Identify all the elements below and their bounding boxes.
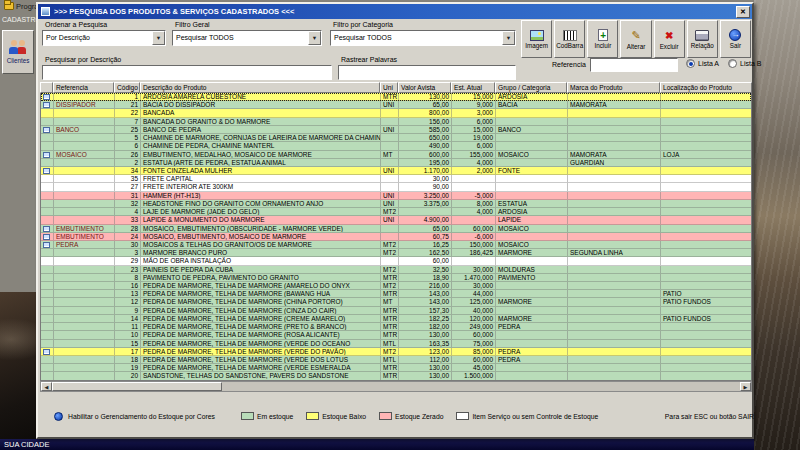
legend-swatch <box>306 412 319 420</box>
cell-codigo: 26 <box>115 151 141 159</box>
header-cell[interactable]: Valor Avista <box>398 82 451 93</box>
cell-unidade: MTL <box>381 340 399 348</box>
lista-a-radio[interactable] <box>686 59 695 68</box>
lista-b-radio[interactable] <box>728 59 737 68</box>
filtro-categoria-combobox[interactable]: Pesquisar TODOS ▼ <box>330 30 516 46</box>
toolbar-button-relacao[interactable]: Relação <box>687 20 718 58</box>
table-row[interactable]: 19 PEDRA DE MARMORE, TELHA DE MARMORE (V… <box>41 364 751 372</box>
scroll-right-icon[interactable]: ▶ <box>740 382 751 391</box>
table-row[interactable]: 34 FONTE CINZELADA MULHER UNI 1.170,00 2… <box>41 167 751 175</box>
cell-referencia: EMBUTIMENTO <box>54 225 115 233</box>
table-row[interactable]: 14 PEDRA DE MARMORE, TELHA DE MARMORE (C… <box>41 315 751 323</box>
cell-codigo: 5 <box>115 134 141 142</box>
table-row[interactable]: 10 PEDRA DE MARMORE, TELHA DE MARMORE (R… <box>41 331 751 339</box>
header-cell[interactable]: Referencia <box>53 82 114 93</box>
table-row[interactable]: 15 PEDRA DE MARMORE, TELHA DE MARMORE (V… <box>41 340 751 348</box>
toolbar-button-imagem[interactable]: Imagem <box>521 20 552 58</box>
cell-valor-avista: 60,75 <box>399 233 452 241</box>
table-row[interactable]: 35 FRETE CAPITAL 30,00 <box>41 175 751 183</box>
stock-toggle-icon[interactable] <box>54 412 63 421</box>
cell-localizacao <box>661 233 752 241</box>
cell-valor-avista: 30,00 <box>399 175 452 183</box>
header-cell-icon-column[interactable] <box>40 82 53 93</box>
cell-localizacao <box>661 364 752 372</box>
table-row[interactable]: 32 HEADSTONE FINO DO GRANITO COM ORNAMEN… <box>41 200 751 208</box>
table-row[interactable]: 4 LAJE DE MARMORE (JADE DO GELO) MT2 4,0… <box>41 208 751 216</box>
header-cell[interactable]: Est. Atual <box>451 82 495 93</box>
legend-label: Estoque Baixo <box>322 413 366 420</box>
table-row[interactable]: 7 BANCADA DO GRANITO & DO MARMORE 156,00… <box>41 118 751 126</box>
cell-marca: SEGUNDA LINHA <box>568 249 661 257</box>
cell-localizacao <box>661 241 752 249</box>
clientes-button[interactable]: Clientes <box>2 30 34 74</box>
toolbar-button-incluir[interactable]: Incluir <box>587 20 618 58</box>
table-row[interactable]: DISSIPADOR 21 BACIA DO DISSIPADOR UNI 65… <box>41 101 751 109</box>
cell-codigo: 13 <box>115 290 141 298</box>
table-row[interactable]: 11 PEDRA DE MARMORE, TELHA DE MARMORE (P… <box>41 323 751 331</box>
toolbar-button-alterar[interactable]: Alterar <box>620 20 651 58</box>
table-row[interactable]: 17 PEDRA DE MARMORE, TELHA DE MARMORE (V… <box>41 348 751 356</box>
toolbar-button-sair[interactable]: Sair <box>720 20 751 58</box>
table-row[interactable]: 9 PEDRA DE MARMORE, TELHA DE MARMORE (CI… <box>41 307 751 315</box>
table-row[interactable]: PEDRA 30 MOSAICOS & TELHAS DO GRANITO/OS… <box>41 241 751 249</box>
table-row[interactable]: BANCO 25 BANCO DE PEDRA UNI 585,00 15,00… <box>41 126 751 134</box>
toolbar-button-excluir[interactable]: Excluir <box>654 20 685 58</box>
close-button[interactable]: ✕ <box>736 6 750 18</box>
ordenar-combobox[interactable]: Por Descrição ▼ <box>42 30 166 46</box>
table-row[interactable]: 8 PAVIMENTO DE PEDRA, PAVIMENTO DO GRANI… <box>41 274 751 282</box>
header-cell[interactable]: Código <box>114 82 140 93</box>
table-row[interactable]: 3 MARMORE BRANCO PURO MT2 162,50 186,425… <box>41 249 751 257</box>
table-row[interactable]: 20 SANDSTONE, TELHAS DO SANDSTONE, PAVER… <box>41 372 751 380</box>
cell-estoque-atual <box>452 216 496 224</box>
cell-grupo-categoria <box>496 307 568 315</box>
cell-codigo: 33 <box>115 216 141 224</box>
descricao-search-input[interactable] <box>42 65 332 80</box>
table-row[interactable]: 18 PEDRA DE MARMORE, TELHA DE MARMORE (V… <box>41 356 751 364</box>
cell-grupo-categoria <box>496 257 568 265</box>
table-row[interactable]: 6 CHAMINE DE PEDRA, CHAMINE MANTERL 490,… <box>41 142 751 150</box>
filtro-geral-combobox[interactable]: Pesquisar TODOS ▼ <box>172 30 322 46</box>
scrollbar-thumb[interactable] <box>52 382 222 391</box>
table-row[interactable]: 29 MÃO DE OBRA INSTALAÇÃO 60,00 <box>41 257 751 265</box>
chevron-down-icon[interactable]: ▼ <box>308 31 321 45</box>
legend-enable-label[interactable]: Habilitar o Gerenciamento do Estoque por… <box>68 413 215 420</box>
toolbar-button-codbarra[interactable]: CodBarra <box>554 20 585 58</box>
table-row[interactable]: 2 ESTATUA (ARTE DE PEDRA, ESTATUA ANIMAL… <box>41 159 751 167</box>
header-cell[interactable]: Marca do Produto <box>567 82 660 93</box>
cell-valor-avista: 65,00 <box>399 225 452 233</box>
referencia-input[interactable] <box>590 58 678 72</box>
toolbar: Imagem CodBarra Incluir Alterar Excluir … <box>520 20 752 58</box>
cell-localizacao <box>661 167 752 175</box>
table-row[interactable]: 31 HAMMER (HT-H13) UNI 3.250,00 -5,000 <box>41 192 751 200</box>
table-row[interactable]: 5 CHAMINE DE MARMORE, CORNIJAS DE LAREIR… <box>41 134 751 142</box>
chevron-down-icon[interactable]: ▼ <box>502 31 515 45</box>
grid-hscrollbar[interactable]: ◀ ▶ <box>40 381 752 392</box>
pesquisar-descricao-label: Pesquisar por Descrição <box>45 56 121 63</box>
table-row[interactable]: 23 PAINEIS DE PEDRA DA CUBA MT2 32,50 30… <box>41 266 751 274</box>
cell-marca <box>568 266 661 274</box>
lista-b-label: Lista B <box>740 60 761 67</box>
header-cell[interactable]: Localização do Produto <box>660 82 752 93</box>
cell-localizacao <box>661 192 752 200</box>
table-row[interactable]: 12 PEDRA DE MARMORE, TELHA DE MARMORE (C… <box>41 298 751 306</box>
table-row[interactable]: 13 PEDRA DE MARMORE, TELHA DE MARMORE (B… <box>41 290 751 298</box>
table-row[interactable]: EMBUTIMENTO 24 MOSAICO, EMBUTIMENTO, MOS… <box>41 233 751 241</box>
chevron-down-icon[interactable]: ▼ <box>152 31 165 45</box>
table-row[interactable]: 1 ARDOSIA AMARELA CUBESTONE MTR 130,00 1… <box>41 93 751 101</box>
cell-grupo-categoria: MOLDURAS <box>496 266 568 274</box>
table-row[interactable]: MOSAICO 26 EMBUTIMENTO, MEDALHAO, MOSAIC… <box>41 151 751 159</box>
scroll-left-icon[interactable]: ◀ <box>41 382 52 391</box>
row-image-icon <box>43 127 50 133</box>
header-cell[interactable]: Descrição do Produto <box>140 82 380 93</box>
header-cell[interactable]: Grupo / Categoria <box>495 82 567 93</box>
table-row[interactable]: 22 BANCADA 800,00 3,000 <box>41 109 751 117</box>
header-cell[interactable]: Uni <box>380 82 398 93</box>
table-row[interactable]: 33 LAPIDE & MONUMENTO DO MARMORE UNI 4.9… <box>41 216 751 224</box>
table-row[interactable]: EMBUTIMENTO 28 MOSAICO, EMBUTIMENTO (OBS… <box>41 225 751 233</box>
cell-valor-avista: 156,00 <box>399 118 452 126</box>
table-row[interactable]: 27 FRETE INTERIOR ATE 300KM 90,00 <box>41 183 751 191</box>
rastrear-input[interactable] <box>338 65 516 80</box>
table-row[interactable]: 16 PEDRA DE MARMORE, TELHA DE MARMORE (A… <box>41 282 751 290</box>
cell-unidade <box>381 109 399 117</box>
cell-marca <box>568 274 661 282</box>
